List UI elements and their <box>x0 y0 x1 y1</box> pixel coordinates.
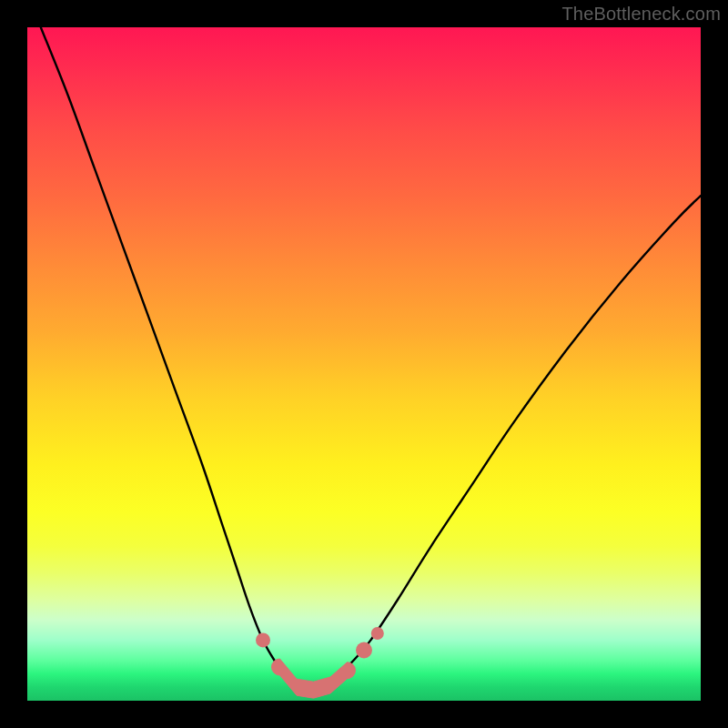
marker-blob <box>272 659 356 698</box>
plot-area <box>27 27 701 701</box>
chart-frame: TheBottleneck.com <box>0 0 728 728</box>
marker-dot <box>371 627 384 640</box>
curve-markers-group <box>256 627 384 698</box>
watermark-text: TheBottleneck.com <box>561 4 721 25</box>
marker-dot <box>356 642 372 659</box>
bottleneck-curve-line <box>41 27 701 690</box>
chart-svg <box>27 27 701 701</box>
marker-dot <box>256 632 270 647</box>
